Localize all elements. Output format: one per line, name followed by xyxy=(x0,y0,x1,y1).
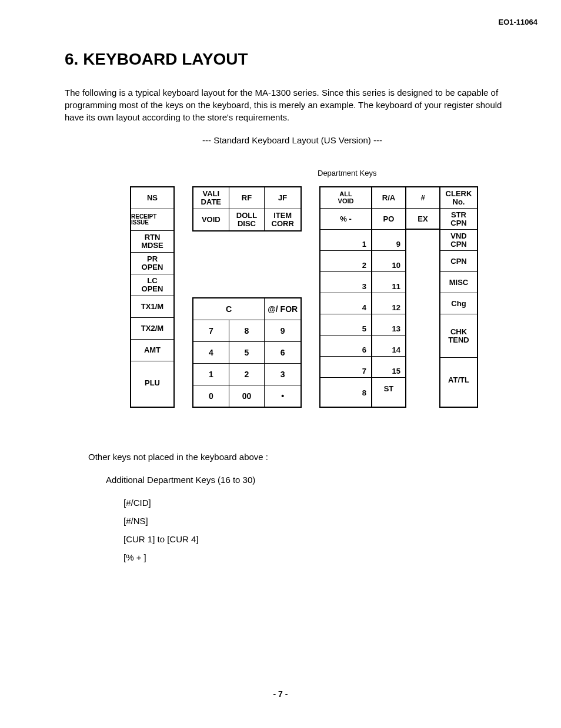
dept-key-2: 2 xyxy=(320,251,371,272)
key-void: VOID xyxy=(193,209,229,230)
key-line: DISC xyxy=(238,220,256,228)
key-tx1m: TX1/M xyxy=(131,296,173,318)
other-keys-section: Other keys not placed in the keyboard ab… xyxy=(88,449,520,565)
key-plu: PLU xyxy=(131,361,173,405)
key-c: C xyxy=(193,298,265,320)
dept-key-1: 1 xyxy=(320,230,371,251)
doc-id: EO1-11064 xyxy=(65,18,537,26)
key-ra: R/A xyxy=(372,187,405,209)
key-rtn-mdse: RTNMDSE xyxy=(131,231,173,253)
key-jf: JF xyxy=(265,187,300,209)
right-column-group: ALLVOID % - 1 2 3 4 5 6 7 8 R/A PO 9 10 … xyxy=(319,186,478,408)
key-po: PO xyxy=(372,209,405,230)
key-vali-date: VALIDATE xyxy=(193,187,229,209)
key-ns: NS xyxy=(131,187,173,209)
dept-key-6: 6 xyxy=(320,336,371,357)
key-amt: AMT xyxy=(131,340,173,361)
key-all-void: ALLVOID xyxy=(320,187,371,209)
key-line: CORR xyxy=(272,220,294,228)
key-percent-minus: % - xyxy=(320,209,371,230)
dept-wide-column: ALLVOID % - 1 2 3 4 5 6 7 8 xyxy=(319,186,371,408)
key-rf: RF xyxy=(229,187,265,209)
key-ex: EX xyxy=(406,209,439,230)
key-line: CLERK xyxy=(446,190,472,198)
right-function-column: CLERKNo. STRCPN VNDCPN CPN MISC Chg CHKT… xyxy=(439,186,478,408)
key-line: CPN xyxy=(450,240,466,249)
key-pr-open: PROPEN xyxy=(131,253,173,274)
key-5: 5 xyxy=(229,342,265,364)
other-key-item: [CUR 1] to [CUR 4] xyxy=(123,531,520,547)
key-line: RTN xyxy=(145,233,161,241)
key-line: PR xyxy=(147,255,158,263)
top-function-block: VALIDATE RF JF VOID DOLLDISC ITEMCORR xyxy=(192,186,302,232)
key-line: CPN xyxy=(450,219,466,227)
key-9: 9 xyxy=(265,320,300,342)
layout-caption: --- Standard Keyboard Layout (US Version… xyxy=(65,135,520,145)
key-tx2m: TX2/M xyxy=(131,318,173,340)
dept-key-15: 15 xyxy=(372,357,405,378)
dept-key-5: 5 xyxy=(320,314,371,336)
other-keys-line1: Additional Department Keys (16 to 30) xyxy=(106,472,520,488)
dept-key-10: 10 xyxy=(372,251,405,272)
key-dot: • xyxy=(265,385,300,407)
key-00: 00 xyxy=(229,385,265,407)
key-hash: # xyxy=(406,187,439,209)
key-cpn: CPN xyxy=(440,251,477,272)
other-key-item: [% + ] xyxy=(123,549,520,565)
key-str-cpn: STRCPN xyxy=(440,209,477,230)
key-item-corr: ITEMCORR xyxy=(265,209,300,230)
dept-key-8: 8 xyxy=(320,378,371,399)
key-4: 4 xyxy=(193,342,229,364)
center-column: VALIDATE RF JF VOID DOLLDISC ITEMCORR C … xyxy=(192,186,302,408)
keyboard-layout: Department Keys NS RECEIPT ISSUE RTNMDSE… xyxy=(88,186,520,408)
key-misc: MISC xyxy=(440,272,477,293)
key-6: 6 xyxy=(265,342,300,364)
dept-mid-column-1: R/A PO 9 10 11 12 13 14 15 ST xyxy=(371,186,405,408)
dept-key-14: 14 xyxy=(372,336,405,357)
dept-key-4: 4 xyxy=(320,293,371,314)
dept-key-7: 7 xyxy=(320,357,371,378)
key-line: OPEN xyxy=(142,263,163,271)
key-line: No. xyxy=(453,198,465,206)
other-key-item: [#/CID] xyxy=(123,495,520,511)
key-line: VND xyxy=(450,232,466,240)
key-line: TEND xyxy=(448,336,469,344)
key-vnd-cpn: VNDCPN xyxy=(440,230,477,251)
key-st: ST xyxy=(372,378,405,399)
key-receipt-issue: RECEIPT ISSUE xyxy=(131,209,173,231)
key-3: 3 xyxy=(265,364,300,385)
key-line: ITEM xyxy=(273,212,292,220)
key-1: 1 xyxy=(193,364,229,385)
left-function-column: NS RECEIPT ISSUE RTNMDSE PROPEN LCOPEN T… xyxy=(130,186,175,408)
key-line: VOID xyxy=(338,198,354,205)
key-at-tl: AT/TL xyxy=(440,358,477,401)
key-line: CHK xyxy=(450,328,467,336)
key-lc-open: LCOPEN xyxy=(131,274,173,296)
key-line: MDSE xyxy=(141,241,163,250)
other-keys-title: Other keys not placed in the keyboard ab… xyxy=(88,449,520,465)
dept-key-3: 3 xyxy=(320,272,371,293)
dept-key-12: 12 xyxy=(372,293,405,314)
key-line: DOLL xyxy=(236,212,257,220)
key-line: DATE xyxy=(201,198,221,206)
key-line: LC xyxy=(147,277,157,285)
other-key-item: [#/NS] xyxy=(123,513,520,529)
key-7: 7 xyxy=(193,320,229,342)
key-chg: Chg xyxy=(440,293,477,314)
dept-key-11: 11 xyxy=(372,272,405,293)
intro-paragraph: The following is a typical keyboard layo… xyxy=(65,86,520,123)
key-line: ALL xyxy=(339,191,352,198)
key-clerk-no: CLERKNo. xyxy=(440,187,477,209)
dept-key-13: 13 xyxy=(372,314,405,336)
key-doll-disc: DOLLDISC xyxy=(229,209,265,230)
key-chk-tend: CHKTEND xyxy=(440,314,477,358)
key-2: 2 xyxy=(229,364,265,385)
numeric-keypad: C @/ FOR 7 8 9 4 5 6 1 2 3 xyxy=(192,297,302,408)
dept-mid-column-0: # EX xyxy=(405,186,439,408)
key-at-for: @/ FOR xyxy=(265,298,300,320)
key-line: VALI xyxy=(203,190,220,198)
dept-key-9: 9 xyxy=(372,230,405,251)
key-8: 8 xyxy=(229,320,265,342)
key-line: STR xyxy=(451,211,466,219)
page-number: - 7 - xyxy=(0,689,561,699)
